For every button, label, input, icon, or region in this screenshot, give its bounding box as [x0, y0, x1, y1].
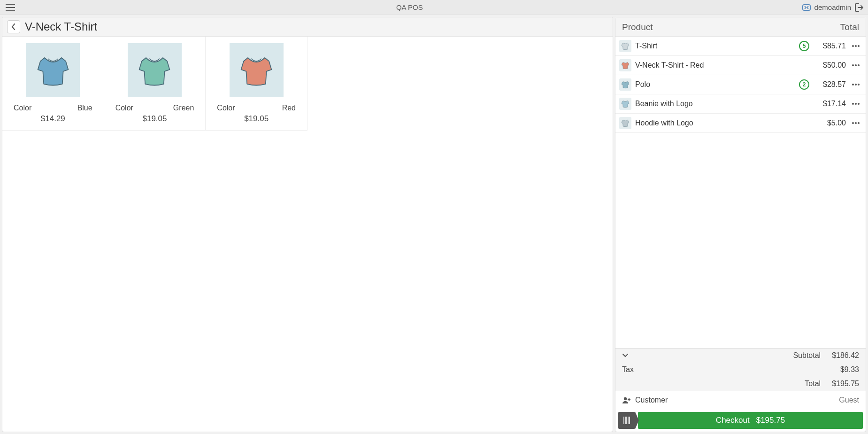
product-image — [128, 43, 182, 97]
cart-item-more-button[interactable] — [850, 83, 862, 86]
product-panel-header: V-Neck T-Shirt — [2, 17, 613, 37]
ellipsis-icon — [852, 64, 860, 67]
svg-point-7 — [852, 84, 854, 85]
checkout-amount: $195.75 — [756, 416, 785, 425]
cart-item-thumb — [619, 59, 631, 71]
product-attr-value: Red — [282, 104, 296, 112]
ellipsis-icon — [852, 45, 860, 47]
product-attr-label: Color — [217, 104, 235, 112]
cart-item-more-button[interactable] — [850, 64, 862, 67]
cart-item-name: V-Neck T-Shirt - Red — [635, 61, 809, 70]
logout-button[interactable] — [855, 3, 864, 12]
product-price: $19.05 — [111, 114, 199, 124]
add-customer-icon — [622, 396, 631, 404]
user-area: demoadmin — [802, 3, 864, 12]
product-card[interactable]: Color Red $19.05 — [206, 37, 307, 131]
cart-header-total: Total — [840, 22, 859, 32]
cart-item-name: T-Shirt — [635, 42, 795, 50]
cart-item-name: Beanie with Logo — [635, 100, 809, 108]
total-row: Total $195.75 — [615, 377, 866, 391]
total-value: $195.75 — [832, 380, 859, 388]
product-price: $14.29 — [9, 114, 97, 124]
menu-button[interactable] — [4, 2, 17, 13]
svg-point-10 — [852, 103, 854, 105]
svg-point-8 — [855, 84, 857, 85]
tax-row: Tax $9.33 — [615, 363, 866, 377]
username-label: demoadmin — [814, 3, 851, 11]
product-attr-value: Blue — [77, 104, 92, 112]
back-button[interactable] — [7, 20, 20, 33]
cart-row[interactable]: Beanie with Logo $17.14 — [615, 94, 866, 114]
customer-value: Guest — [839, 396, 859, 404]
product-attr-label: Color — [115, 104, 133, 112]
qty-badge: 5 — [799, 41, 809, 51]
customer-label: Customer — [635, 396, 668, 404]
hamburger-icon — [6, 4, 15, 11]
product-grid: Color Blue $14.29 Color Green $19.05 Col… — [2, 37, 613, 131]
ellipsis-icon — [852, 122, 860, 124]
chevron-left-icon — [11, 23, 16, 30]
product-price: $19.05 — [212, 114, 300, 124]
logout-icon — [855, 3, 864, 12]
product-image — [230, 43, 284, 97]
checkout-row: Checkout $195.75 — [615, 409, 866, 432]
product-card[interactable]: Color Blue $14.29 — [2, 37, 104, 131]
cart-item-more-button[interactable] — [850, 122, 862, 124]
cart-item-more-button[interactable] — [850, 45, 862, 47]
page-title: V-Neck T-Shirt — [25, 20, 97, 33]
svg-point-14 — [855, 122, 857, 124]
cart-item-thumb — [619, 40, 631, 52]
ellipsis-icon — [852, 102, 860, 105]
total-label: Total — [805, 380, 821, 388]
cart-row[interactable]: Polo 2 $28.57 — [615, 75, 866, 94]
customer-row[interactable]: Customer Guest — [615, 391, 866, 409]
product-card[interactable]: Color Green $19.05 — [104, 37, 206, 131]
svg-point-9 — [858, 84, 860, 85]
cart-item-thumb — [619, 117, 631, 129]
cart-row[interactable]: V-Neck T-Shirt - Red $50.00 — [615, 56, 866, 75]
svg-point-3 — [858, 45, 860, 47]
cart-item-thumb — [619, 78, 631, 91]
totals-section: Subtotal $186.42 Tax $9.33 Total $195.75 — [615, 348, 866, 391]
cart-item-more-button[interactable] — [850, 102, 862, 105]
cart-row[interactable]: Hoodie with Logo $5.00 — [615, 114, 866, 133]
product-image — [26, 43, 80, 97]
subtotal-row: Subtotal $186.42 — [615, 349, 866, 363]
svg-point-12 — [858, 103, 860, 105]
product-panel: V-Neck T-Shirt Color Blue $14.29 Color G… — [2, 17, 613, 432]
svg-rect-0 — [803, 5, 810, 10]
svg-point-6 — [858, 64, 860, 66]
cart-item-price: $85.71 — [813, 42, 846, 50]
subtotal-value: $186.42 — [832, 351, 859, 360]
cart-row[interactable]: T-Shirt 5 $85.71 — [615, 37, 866, 56]
barcode-icon — [623, 417, 630, 424]
svg-point-4 — [852, 64, 854, 66]
chevron-down-icon — [622, 353, 629, 358]
product-attr-label: Color — [14, 104, 31, 112]
product-attr-value: Green — [173, 104, 194, 112]
cart-item-price: $5.00 — [813, 119, 846, 127]
sync-icon[interactable] — [802, 4, 811, 11]
svg-point-5 — [855, 64, 857, 66]
tax-label: Tax — [622, 365, 634, 374]
cart-item-price: $50.00 — [813, 61, 846, 70]
ellipsis-icon — [852, 83, 860, 86]
svg-point-11 — [855, 103, 857, 105]
qty-badge: 2 — [799, 79, 809, 90]
cart-item-thumb — [619, 98, 631, 110]
tax-value: $9.33 — [840, 365, 859, 374]
cart-item-name: Polo — [635, 80, 795, 89]
app-title: QA POS — [17, 3, 802, 11]
cart-item-price: $17.14 — [813, 100, 846, 108]
svg-point-2 — [855, 45, 857, 47]
checkout-label: Checkout — [716, 416, 750, 425]
svg-point-1 — [852, 45, 854, 47]
expand-totals-button[interactable] — [622, 353, 629, 358]
svg-point-15 — [858, 122, 860, 124]
cart-header-product: Product — [622, 22, 653, 32]
barcode-button[interactable] — [618, 412, 635, 429]
subtotal-label: Subtotal — [793, 351, 821, 360]
checkout-button[interactable]: Checkout $195.75 — [638, 412, 863, 429]
cart-panel: Product Total T-Shirt 5 $85.71 V-Neck T-… — [615, 17, 866, 432]
cart-item-price: $28.57 — [813, 80, 846, 89]
